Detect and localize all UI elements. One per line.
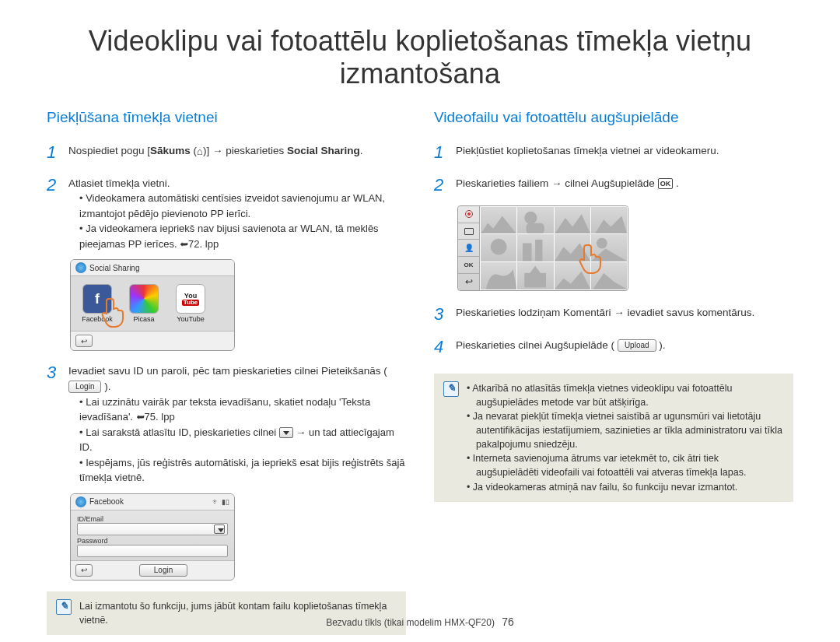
password-input[interactable] bbox=[77, 545, 228, 557]
thumbnail[interactable] bbox=[517, 262, 553, 289]
note-box: ✎ Lai izmantotu šo funkciju, jums jābūt … bbox=[47, 591, 406, 635]
step-number: 4 bbox=[434, 335, 448, 360]
pageref-arrow-icon: ➥ bbox=[180, 237, 188, 252]
screenshot-login: Facebook ᯤ▮▯ ID/Email Password ↩ Login bbox=[70, 493, 235, 581]
text: 75. lpp bbox=[145, 411, 175, 423]
thumbnail[interactable] bbox=[481, 262, 516, 289]
bullet: Ja videokamera iepriekš nav bijusi savie… bbox=[79, 221, 406, 251]
titlebar: Social Sharing bbox=[71, 260, 234, 276]
pageref-arrow-icon: ➥ bbox=[136, 409, 145, 425]
tap-gesture-icon bbox=[100, 294, 128, 328]
screenshot-file-select: OK bbox=[457, 205, 628, 291]
text: . bbox=[673, 177, 679, 189]
text: Piekļūstiet koplietošanas tīmekļa vietne… bbox=[456, 140, 719, 165]
text: ( bbox=[191, 145, 197, 156]
text-bold: Sākums bbox=[150, 145, 191, 156]
record-mode-button[interactable] bbox=[458, 206, 479, 223]
battery-icon: ▮▯ bbox=[222, 498, 229, 506]
text: Ja videokamera iepriekš nav bijusi savie… bbox=[79, 223, 379, 250]
text: )] → pieskarieties bbox=[203, 145, 287, 156]
page-title: Videoklipu vai fotoattēlu koplietošanas … bbox=[47, 25, 793, 90]
svg-rect-4 bbox=[535, 240, 542, 261]
tap-gesture-icon bbox=[578, 240, 606, 275]
step-3: 3 Ievadiet savu ID un paroli, pēc tam pi… bbox=[47, 360, 406, 485]
svg-point-0 bbox=[525, 212, 537, 224]
screenshot-social-sharing: Social Sharing f Facebook Picasa YouTube… bbox=[70, 259, 235, 351]
footer-text: Bezvadu tīkls (tikai modelim HMX-QF20) bbox=[326, 617, 495, 628]
step-2: 2 Pieskarieties failiem → cilnei Augšupi… bbox=[434, 173, 793, 198]
section-heading-upload: Videofailu vai fotoattēlu augšupielāde bbox=[434, 109, 793, 126]
section-heading-access: Piekļūšana tīmekļa vietnei bbox=[47, 109, 406, 126]
thumbnail[interactable] bbox=[481, 207, 516, 234]
svg-marker-7 bbox=[530, 266, 541, 273]
youtube-icon: YouTube bbox=[176, 284, 205, 314]
id-label: ID/Email bbox=[77, 515, 228, 523]
note-item: Ja videokameras atmiņā nav failu, šo fun… bbox=[467, 480, 784, 494]
titlebar: Facebook ᯤ▮▯ bbox=[71, 494, 234, 510]
page-number: 76 bbox=[502, 616, 514, 628]
app-label: Picasa bbox=[125, 315, 163, 323]
right-column: Videofailu vai fotoattēlu augšupielāde 1… bbox=[434, 109, 793, 635]
app-label: YouTube bbox=[172, 315, 209, 323]
step-1: 1 Piekļūstiet koplietošanas tīmekļa viet… bbox=[434, 140, 793, 165]
svg-rect-3 bbox=[523, 244, 532, 261]
text: ). bbox=[656, 339, 666, 351]
step-number: 3 bbox=[434, 302, 448, 327]
step-4: 4 Pieskarieties cilnei Augšupielāde ( Up… bbox=[434, 335, 793, 360]
globe-icon bbox=[75, 496, 86, 507]
note-item: Interneta savienojuma ātrums var ietekmē… bbox=[467, 451, 784, 479]
back-button[interactable]: ↩ bbox=[75, 335, 93, 347]
thumbnail[interactable] bbox=[517, 234, 553, 261]
left-column: Piekļūšana tīmekļa vietnei 1 Nospiediet … bbox=[47, 109, 406, 635]
note-item: Atkarībā no atlasītās tīmekļa vietnes vi… bbox=[467, 381, 784, 409]
text: Pieskarieties cilnei Augšupielāde ( bbox=[456, 339, 618, 351]
person-button[interactable] bbox=[458, 240, 479, 257]
id-input[interactable] bbox=[77, 523, 228, 535]
record-icon bbox=[465, 210, 473, 218]
bullet: Iespējams, jūs reģistrēs automātiski, ja… bbox=[79, 455, 406, 486]
svg-rect-6 bbox=[525, 273, 547, 288]
person-icon bbox=[464, 244, 474, 252]
wifi-icon: ᯤ bbox=[212, 498, 219, 506]
back-button[interactable]: ↩ bbox=[75, 564, 93, 577]
note-icon: ✎ bbox=[443, 381, 459, 397]
text: . bbox=[360, 145, 363, 156]
app-tile-youtube[interactable]: YouTube YouTube bbox=[172, 284, 209, 323]
thumbnail[interactable] bbox=[481, 234, 516, 261]
app-tile-picasa[interactable]: Picasa bbox=[125, 284, 163, 323]
camera-icon bbox=[464, 228, 474, 235]
picasa-icon bbox=[129, 284, 159, 314]
text: Lai uzzinātu vairāk par teksta ievadīšan… bbox=[79, 396, 370, 423]
note-list: Atkarībā no atlasītās tīmekļa vietnes vi… bbox=[467, 381, 784, 494]
footer: Bezvadu tīkls (tikai modelim HMX-QF20) 7… bbox=[0, 616, 840, 628]
globe-icon bbox=[75, 262, 86, 273]
titlebar-text: Facebook bbox=[89, 497, 124, 506]
step-3: 3 Pieskarieties lodziņam Komentāri → iev… bbox=[434, 302, 793, 327]
step-number: 3 bbox=[47, 360, 61, 485]
login-chip: Login bbox=[68, 381, 101, 393]
back-button[interactable] bbox=[458, 274, 479, 290]
note-icon: ✎ bbox=[56, 599, 72, 615]
photo-mode-button[interactable] bbox=[458, 223, 479, 240]
thumbnail[interactable] bbox=[591, 207, 627, 234]
text: Pieskarieties lodziņam Komentāri → ievad… bbox=[456, 302, 754, 327]
step-1: 1 Nospiediet pogu [Sākums (⌂)] → pieskar… bbox=[47, 140, 406, 165]
thumbnail[interactable] bbox=[517, 207, 553, 234]
step-number: 1 bbox=[47, 140, 61, 165]
bullet: Lai uzzinātu vairāk par teksta ievadīšan… bbox=[79, 395, 406, 425]
login-button[interactable]: Login bbox=[139, 564, 187, 577]
step-number: 1 bbox=[434, 140, 448, 165]
ok-button[interactable]: OK bbox=[458, 257, 479, 274]
text: Ievadiet savu ID un paroli, pēc tam pies… bbox=[68, 365, 387, 377]
dropdown-icon bbox=[279, 427, 293, 438]
thumbnail[interactable] bbox=[555, 207, 590, 234]
text-bold: Social Sharing bbox=[287, 145, 360, 156]
password-label: Password bbox=[77, 537, 228, 545]
upload-chip: Upload bbox=[618, 339, 656, 352]
dropdown-icon[interactable] bbox=[214, 524, 225, 534]
ok-chip: OK bbox=[658, 178, 674, 189]
step-2: 2 Atlasiet tīmekļa vietni. Videokamera a… bbox=[47, 173, 406, 252]
text: ). bbox=[101, 381, 110, 392]
svg-rect-1 bbox=[527, 223, 544, 234]
text: 72. lpp bbox=[188, 238, 219, 250]
